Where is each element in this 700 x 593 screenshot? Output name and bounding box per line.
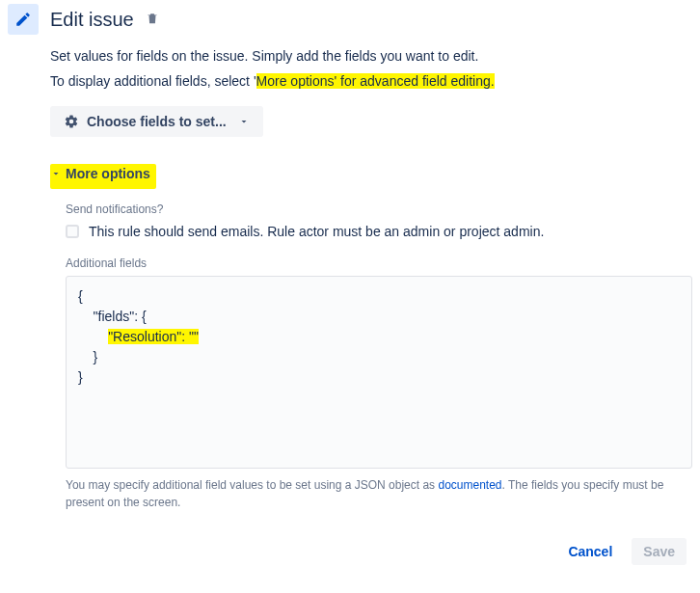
footer-actions: Cancel Save	[8, 538, 692, 565]
additional-fields-input[interactable]: { "fields": { "Resolution": "" } }	[66, 276, 692, 469]
description-line-2: To display additional fields, select 'Mo…	[50, 73, 692, 89]
gear-icon	[64, 114, 79, 129]
json-line-5: }	[78, 369, 83, 385]
dialog-header: Edit issue	[8, 4, 692, 35]
save-button[interactable]: Save	[632, 538, 687, 565]
cancel-button[interactable]: Cancel	[556, 538, 624, 565]
desc-line2-prefix: To display additional fields, select '	[50, 73, 256, 89]
additional-fields-help: You may specify additional field values …	[66, 476, 692, 511]
additional-fields-label: Additional fields	[66, 256, 692, 270]
json-line-3-highlight: "Resolution": ""	[108, 329, 199, 344]
json-line-3-indent	[78, 329, 108, 344]
send-notifications-text: This rule should send emails. Rule actor…	[89, 224, 544, 239]
json-line-2: "fields": {	[78, 309, 147, 324]
trash-icon	[146, 12, 159, 25]
delete-button[interactable]	[146, 12, 159, 28]
more-options-toggle[interactable]: More options	[50, 166, 152, 185]
more-options-highlight: More options	[50, 164, 156, 189]
chevron-down-icon	[238, 116, 250, 127]
chevron-down-icon	[50, 168, 62, 179]
pencil-icon	[14, 11, 32, 28]
json-line-4: }	[78, 349, 97, 364]
send-notifications-row: This rule should send emails. Rule actor…	[66, 224, 692, 239]
more-options-label: More options	[66, 166, 150, 181]
documented-link[interactable]: documented	[438, 478, 501, 492]
edit-icon-box	[8, 4, 39, 35]
desc-line2-highlight: More options' for advanced field editing…	[256, 73, 495, 89]
choose-fields-button[interactable]: Choose fields to set...	[50, 106, 263, 137]
description-line-1: Set values for fields on the issue. Simp…	[50, 48, 692, 64]
choose-fields-label: Choose fields to set...	[87, 114, 227, 129]
more-options-section: More options	[50, 164, 692, 189]
json-line-1: {	[78, 288, 83, 304]
send-notifications-checkbox[interactable]	[66, 225, 79, 238]
page-title: Edit issue	[50, 9, 134, 31]
help-before: You may specify additional field values …	[66, 478, 438, 492]
send-notifications-label: Send notifications?	[66, 202, 692, 216]
